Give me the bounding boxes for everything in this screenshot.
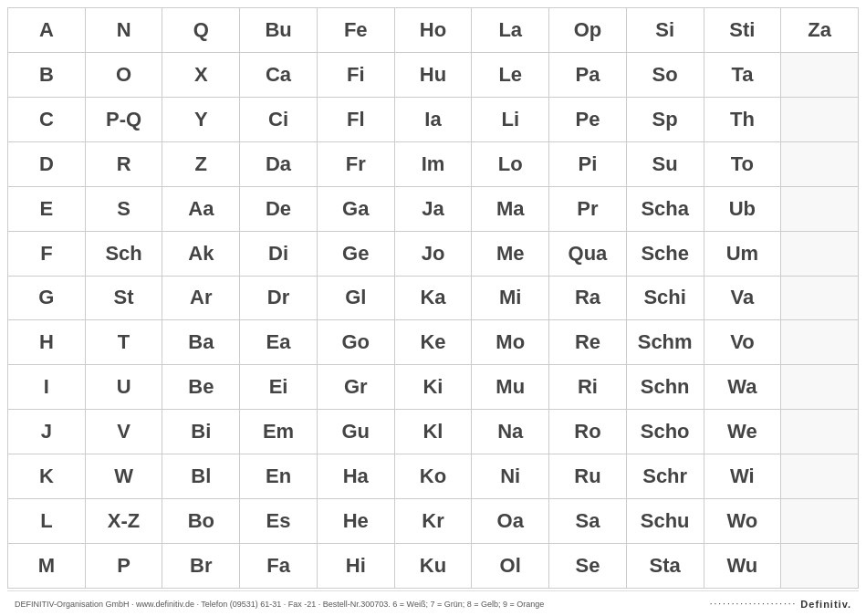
cell-r7-c6: Mo [472,320,549,365]
cell-r5-c8: Sche [627,232,704,277]
cell-r10-c7: Ru [549,454,627,499]
footer-text: DEFINITIV-Organisation GmbH · www.defini… [15,600,544,609]
cell-r8-c0: I [8,365,86,410]
footer-dots: ···················· [544,599,800,609]
cell-r8-c5: Ki [395,365,473,410]
cell-r10-c5: Ko [395,454,473,499]
cell-r3-c6: Lo [472,142,549,187]
cell-r3-c8: Su [627,142,704,187]
cell-r0-c4: Fe [318,8,395,53]
cell-r12-c0: M [8,544,86,589]
cell-r2-c5: Ia [395,98,473,142]
cell-r11-c4: He [318,499,395,544]
cell-r2-c7: Pe [549,98,627,142]
cell-r2-c0: C [8,98,86,142]
cell-r7-c9: Vo [704,320,782,365]
cell-r11-c3: Es [240,499,318,544]
cell-r0-c10: Za [781,8,859,53]
cell-r2-c10 [781,98,859,142]
cell-r5-c10 [781,232,859,277]
cell-r3-c2: Z [162,142,240,187]
cell-r12-c2: Br [162,544,240,589]
cell-r9-c9: We [704,410,782,454]
cell-r9-c2: Bi [162,410,240,454]
cell-r9-c8: Scho [627,410,704,454]
cell-r4-c5: Ja [395,187,473,232]
cell-r1-c0: B [8,53,86,98]
cell-r2-c9: Th [704,98,782,142]
cell-r6-c7: Ra [549,277,627,321]
cell-r2-c2: Y [162,98,240,142]
cell-r12-c4: Hi [318,544,395,589]
cell-r8-c8: Schn [627,365,704,410]
cell-r12-c6: Ol [472,544,549,589]
cell-r10-c4: Ha [318,454,395,499]
cell-r10-c2: Bl [162,454,240,499]
cell-r3-c7: Pi [549,142,627,187]
cell-r4-c0: E [8,187,86,232]
cell-r2-c1: P-Q [86,98,163,142]
cell-r9-c0: J [8,410,86,454]
cell-r11-c2: Bo [162,499,240,544]
cell-r6-c4: Gl [318,277,395,321]
cell-r7-c1: T [86,320,163,365]
cell-r7-c0: H [8,320,86,365]
cell-r0-c3: Bu [240,8,318,53]
cell-r4-c9: Ub [704,187,782,232]
cell-r8-c6: Mu [472,365,549,410]
cell-r0-c6: La [472,8,549,53]
cell-r4-c8: Scha [627,187,704,232]
cell-r3-c9: To [704,142,782,187]
footer-brand: Definitiv. [800,599,851,610]
cell-r1-c4: Fi [318,53,395,98]
cell-r6-c5: Ka [395,277,473,321]
cell-r11-c0: L [8,499,86,544]
cell-r7-c7: Re [549,320,627,365]
cell-r6-c10 [781,277,859,321]
cell-r1-c7: Pa [549,53,627,98]
cell-r8-c10 [781,365,859,410]
cell-r3-c10 [781,142,859,187]
cell-r10-c3: En [240,454,318,499]
cell-r6-c0: G [8,277,86,321]
cell-r3-c5: Im [395,142,473,187]
cell-r12-c7: Se [549,544,627,589]
cell-r8-c7: Ri [549,365,627,410]
cell-r7-c3: Ea [240,320,318,365]
cell-r0-c2: Q [162,8,240,53]
cell-r12-c8: Sta [627,544,704,589]
cell-r10-c10 [781,454,859,499]
cell-r4-c10 [781,187,859,232]
cell-r7-c5: Ke [395,320,473,365]
cell-r12-c5: Ku [395,544,473,589]
cell-r9-c6: Na [472,410,549,454]
cell-r10-c0: K [8,454,86,499]
cell-r11-c9: Wo [704,499,782,544]
cell-r1-c2: X [162,53,240,98]
cell-r3-c1: R [86,142,163,187]
cell-r8-c2: Be [162,365,240,410]
footer: DEFINITIV-Organisation GmbH · www.defini… [7,590,859,616]
cell-r2-c3: Ci [240,98,318,142]
cell-r4-c6: Ma [472,187,549,232]
cell-r7-c8: Schm [627,320,704,365]
cell-r5-c3: Di [240,232,318,277]
cell-r9-c5: Kl [395,410,473,454]
cell-r6-c2: Ar [162,277,240,321]
cell-r1-c10 [781,53,859,98]
cell-r6-c8: Schi [627,277,704,321]
cell-r10-c9: Wi [704,454,782,499]
cell-r6-c9: Va [704,277,782,321]
cell-r2-c4: Fl [318,98,395,142]
cell-r5-c9: Um [704,232,782,277]
cell-r10-c6: Ni [472,454,549,499]
cell-r5-c2: Ak [162,232,240,277]
cell-r9-c7: Ro [549,410,627,454]
cell-r9-c1: V [86,410,163,454]
cell-r12-c1: P [86,544,163,589]
cell-r4-c4: Ga [318,187,395,232]
cell-r4-c7: Pr [549,187,627,232]
cell-r0-c0: A [8,8,86,53]
cell-r0-c7: Op [549,8,627,53]
cell-r1-c8: So [627,53,704,98]
